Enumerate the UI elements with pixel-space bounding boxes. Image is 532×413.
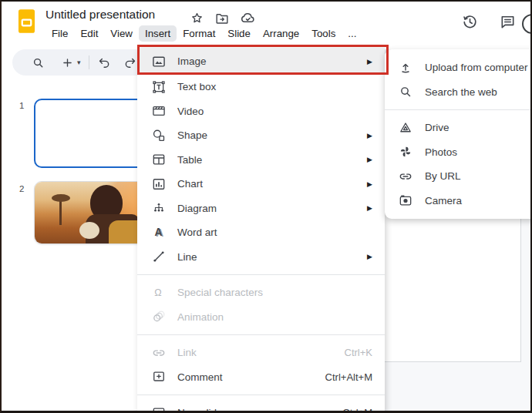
- submenu-item-label: Camera: [425, 195, 462, 206]
- submenu-arrow-icon: ▶: [367, 156, 372, 163]
- menu-item-diagram[interactable]: Diagram ▶: [137, 196, 385, 221]
- submenu-item-label: Search the web: [425, 86, 497, 98]
- menu-format[interactable]: Format: [177, 25, 221, 42]
- menu-view[interactable]: View: [104, 25, 139, 42]
- cloud-saved-icon[interactable]: [240, 10, 256, 26]
- menu-item-chart[interactable]: Chart ▶: [137, 172, 385, 196]
- menu-item-label: Animation: [177, 311, 224, 323]
- chart-icon: [151, 176, 167, 192]
- submenu-item-label: Drive: [425, 122, 450, 133]
- redo-icon[interactable]: [123, 55, 137, 70]
- menu-divider: [137, 395, 385, 395]
- menu-item-label: Comment: [177, 371, 223, 383]
- menu-item-image[interactable]: Image ▶: [137, 48, 385, 75]
- menu-item-label: Diagram: [177, 203, 217, 214]
- submenu-arrow-icon: ▶: [367, 253, 372, 260]
- menu-item-text-box[interactable]: Text box: [137, 75, 385, 99]
- menu-item-label: Table: [177, 154, 202, 166]
- search-icon: [398, 84, 413, 99]
- camera-icon: [398, 193, 413, 208]
- shortcut-label: Ctrl+K: [345, 347, 372, 358]
- menu-insert[interactable]: Insert: [139, 25, 177, 42]
- shortcut-label: Ctrl+Alt+M: [325, 371, 372, 383]
- submenu-item-by-url[interactable]: By URL: [385, 164, 532, 189]
- line-icon: [151, 249, 167, 264]
- word-art-icon: A A: [151, 225, 167, 240]
- slide-2-number: 2: [19, 184, 24, 193]
- submenu-item-drive[interactable]: Drive: [385, 116, 532, 140]
- submenu-item-label: Upload from computer: [425, 62, 528, 73]
- toolbar-divider: [89, 55, 89, 69]
- slides-logo-icon[interactable]: [18, 8, 35, 34]
- animation-icon: [151, 309, 167, 324]
- undo-icon[interactable]: [97, 55, 112, 70]
- version-history-icon[interactable]: [461, 13, 479, 31]
- submenu-item-search-the-web[interactable]: Search the web: [385, 80, 532, 105]
- link-icon: [151, 345, 167, 361]
- submenu-divider: [385, 109, 532, 110]
- text-box-icon: [151, 79, 167, 95]
- omega-icon: Ω: [151, 285, 167, 301]
- menu-item-video[interactable]: Video: [137, 99, 385, 124]
- menu-item-line[interactable]: Line ▶: [137, 245, 385, 270]
- submenu-arrow-icon: ▶: [367, 132, 372, 139]
- menu-item-label: Image: [177, 55, 207, 67]
- new-slide-icon: [151, 405, 167, 413]
- menu-item-label: Line: [177, 251, 197, 263]
- menu-item-label: Video: [177, 106, 204, 117]
- comments-icon[interactable]: [499, 13, 517, 31]
- menu-item-label: New slide: [177, 407, 223, 413]
- table-icon: [151, 152, 167, 167]
- google-slides-window: Untitled presentation File: [0, 0, 532, 413]
- menu-edit[interactable]: Edit: [74, 25, 104, 42]
- document-title[interactable]: Untitled presentation: [45, 8, 155, 22]
- menu-file[interactable]: File: [45, 25, 74, 42]
- present-button-partial-icon[interactable]: [522, 14, 532, 34]
- menu-item-label: Special characters: [177, 287, 263, 298]
- menu-bar: File Edit View Insert Format Slide Arran…: [45, 25, 362, 42]
- menu-item-label: Chart: [177, 178, 203, 190]
- dropdown-caret-icon[interactable]: ▾: [77, 59, 81, 66]
- video-icon: [151, 103, 167, 119]
- menu-tools[interactable]: Tools: [305, 25, 342, 42]
- submenu-item-upload-from-computer[interactable]: Upload from computer: [385, 55, 532, 80]
- photos-icon: [398, 144, 413, 159]
- drive-icon: [398, 120, 413, 136]
- submenu-arrow-icon: ▶: [367, 58, 372, 65]
- menu-item-table[interactable]: Table ▶: [137, 148, 385, 173]
- star-icon[interactable]: [190, 11, 204, 25]
- menu-item-new-slide[interactable]: New slide Ctrl+M: [137, 401, 385, 413]
- menu-item-animation: Animation: [137, 305, 385, 330]
- slide-1-number: 1: [19, 101, 24, 110]
- move-folder-icon[interactable]: [214, 11, 230, 26]
- menu-item-comment[interactable]: Comment Ctrl+Alt+M: [137, 365, 385, 390]
- menu-item-shape[interactable]: Shape ▶: [137, 123, 385, 148]
- image-submenu: Upload from computer Search the web Driv…: [385, 49, 532, 219]
- upload-icon: [398, 60, 413, 76]
- by-url-icon: [398, 169, 413, 184]
- submenu-item-label: By URL: [425, 170, 461, 182]
- svg-text:A: A: [155, 227, 163, 238]
- submenu-arrow-icon: ▶: [367, 180, 372, 188]
- menu-more[interactable]: ...: [342, 25, 362, 42]
- menu-item-label: Link: [177, 347, 197, 358]
- menu-item-label: Text box: [177, 81, 216, 92]
- shortcut-label: Ctrl+M: [342, 407, 372, 413]
- new-slide-plus-icon[interactable]: [61, 56, 74, 69]
- menu-item-special-characters: Ω Special characters: [137, 280, 385, 305]
- comment-icon: [151, 369, 167, 384]
- submenu-item-label: Photos: [425, 146, 457, 158]
- search-icon[interactable]: [31, 55, 45, 70]
- menu-item-word-art[interactable]: A A Word art: [137, 220, 385, 245]
- submenu-item-photos[interactable]: Photos: [385, 140, 532, 165]
- menu-slide[interactable]: Slide: [221, 25, 257, 42]
- image-icon: [151, 54, 167, 69]
- menu-item-label: Word art: [177, 227, 217, 238]
- menu-item-label: Shape: [177, 129, 207, 141]
- insert-menu: Image ▶ Text box Video: [137, 48, 385, 413]
- menu-arrange[interactable]: Arrange: [257, 25, 305, 42]
- menu-divider: [137, 274, 385, 275]
- submenu-arrow-icon: ▶: [367, 204, 372, 212]
- submenu-item-camera[interactable]: Camera: [385, 189, 532, 213]
- diagram-icon: [151, 200, 167, 216]
